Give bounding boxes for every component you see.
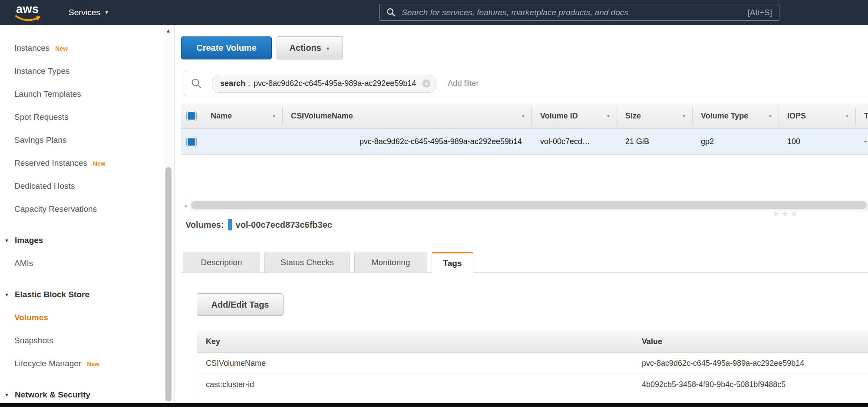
tag-value: pvc-8ac9d62c-c645-495a-989a-ac292ee59b14 bbox=[635, 353, 868, 374]
sidebar-item-label: Instance Types bbox=[14, 66, 69, 76]
chip-close-icon[interactable]: × bbox=[422, 79, 430, 88]
column-header[interactable]: T ▼ bbox=[855, 103, 868, 128]
selected-volume-id: vol-00c7ecd873c6fb3ec bbox=[236, 220, 332, 230]
sidebar-item[interactable]: Lifecycle Manager New bbox=[0, 352, 164, 375]
horizontal-scrollbar-thumb[interactable] bbox=[191, 201, 867, 209]
select-all-cell bbox=[181, 103, 202, 128]
volumes-table-header: Name ▼ CSIVolumeName ▼ Volume ID ▼ Size … bbox=[181, 103, 868, 129]
tag-row: cast:cluster-id 4b092cb5-3458-4f90-9b4c-… bbox=[197, 374, 868, 395]
sort-caret-icon: ▼ bbox=[845, 114, 849, 118]
nav-search-box[interactable]: [Alt+S] bbox=[379, 4, 779, 21]
add-filter-input[interactable]: Add filter bbox=[448, 79, 479, 88]
panel-resize-handle[interactable] bbox=[774, 212, 796, 216]
aws-console-page: aws Services ▼ [Alt+S] Instances New bbox=[0, 0, 868, 407]
chevron-down-icon: ▼ bbox=[326, 45, 330, 51]
sidebar-item[interactable]: ▼ Network & Security bbox=[0, 383, 164, 403]
column-header-label: Name bbox=[211, 112, 232, 121]
sidebar-item-label: Elastic Block Store bbox=[15, 290, 89, 299]
tab[interactable]: Status Checks bbox=[264, 252, 350, 273]
column-header[interactable]: Volume Type ▼ bbox=[692, 103, 779, 128]
column-header-label: Volume ID bbox=[540, 112, 578, 121]
sidebar-item-label: Launch Templates bbox=[14, 89, 81, 99]
sidebar: Instances New Instance Types Launch Temp… bbox=[0, 25, 164, 403]
sidebar-item[interactable]: Launch Templates bbox=[0, 82, 164, 105]
sidebar-item-label: Instances bbox=[14, 43, 50, 53]
sidebar-item[interactable]: Instances New bbox=[0, 36, 164, 59]
top-nav-bar: aws Services ▼ [Alt+S] bbox=[0, 0, 868, 25]
sidebar-scrollbar[interactable]: ▲ bbox=[164, 25, 172, 403]
sort-caret-icon: ▼ bbox=[606, 114, 611, 118]
section-caret-icon: ▼ bbox=[4, 292, 9, 297]
sidebar-item-label: Network & Security bbox=[15, 390, 90, 400]
column-header[interactable]: Name ▼ bbox=[202, 103, 282, 128]
services-menu[interactable]: Services ▼ bbox=[69, 0, 109, 25]
sidebar-item[interactable]: Savings Plans bbox=[0, 128, 164, 151]
keyboard-shortcut: [Alt+S] bbox=[748, 8, 772, 17]
sidebar-item[interactable]: ▼ Images bbox=[0, 229, 164, 252]
column-header-label: IOPS bbox=[787, 112, 806, 121]
sidebar-item[interactable]: Capacity Reservations bbox=[0, 197, 164, 220]
add-edit-tags-button[interactable]: Add/Edit Tags bbox=[197, 293, 284, 316]
sidebar-scrollbar-thumb[interactable] bbox=[165, 167, 172, 401]
cell-throughput: - bbox=[855, 129, 868, 154]
horizontal-scrollbar[interactable]: ◂ bbox=[181, 200, 868, 211]
sidebar-item[interactable]: Instance Types bbox=[0, 59, 164, 82]
scroll-up-icon[interactable]: ▲ bbox=[164, 25, 172, 34]
column-header[interactable]: CSIVolumeName ▼ bbox=[282, 103, 531, 128]
sort-caret-icon: ▼ bbox=[521, 114, 525, 118]
tags-table-header: Key Value bbox=[197, 331, 868, 353]
actions-button[interactable]: Actions ▼ bbox=[277, 36, 343, 59]
cell-iops: 100 bbox=[779, 129, 855, 154]
search-icon bbox=[386, 8, 396, 17]
sidebar-item-label: Lifecycle Manager bbox=[14, 359, 81, 368]
sort-caret-icon: ▼ bbox=[768, 114, 772, 118]
sidebar-item-label: Capacity Reservations bbox=[14, 204, 97, 214]
tab[interactable]: Monitoring bbox=[354, 252, 427, 273]
sidebar-item[interactable]: Dedicated Hosts bbox=[0, 174, 164, 197]
section-caret-icon: ▼ bbox=[4, 392, 9, 397]
volumes-label: Volumes: bbox=[185, 220, 224, 230]
cell-csi-volume-name: pvc-8ac9d62c-c645-495a-989a-ac292ee59b14 bbox=[282, 129, 531, 154]
sidebar-item[interactable]: AMIs bbox=[0, 252, 164, 275]
search-icon bbox=[191, 78, 202, 89]
tab[interactable]: Description bbox=[183, 252, 260, 273]
tag-key: CSIVolumeName bbox=[197, 353, 635, 374]
sidebar-item[interactable]: Volumes bbox=[0, 306, 164, 329]
tab-label: Tags bbox=[443, 259, 462, 268]
sidebar-item[interactable]: Spot Requests bbox=[0, 105, 164, 128]
sidebar-item[interactable]: ▼ Elastic Block Store bbox=[0, 283, 164, 306]
nav-search-input[interactable] bbox=[402, 8, 748, 17]
filter-chip[interactable]: search : pvc-8ac9d62c-c645-495a-989a-ac2… bbox=[212, 75, 436, 93]
detail-header: Volumes: vol-00c7ecd873c6fb3ec bbox=[185, 219, 332, 230]
volume-table-row[interactable]: pvc-8ac9d62c-c645-495a-989a-ac292ee59b14… bbox=[181, 129, 868, 155]
row-checkbox[interactable] bbox=[187, 137, 196, 147]
column-header[interactable]: Size ▼ bbox=[617, 103, 692, 128]
sidebar-item-label: Volumes bbox=[14, 313, 48, 322]
create-volume-label: Create Volume bbox=[196, 43, 257, 53]
aws-logo[interactable]: aws bbox=[15, 3, 43, 23]
tag-key: cast:cluster-id bbox=[197, 374, 635, 395]
sidebar-item[interactable]: Snapshots bbox=[0, 329, 164, 352]
tag-row: CSIVolumeName pvc-8ac9d62c-c645-495a-989… bbox=[197, 353, 868, 374]
sidebar-item-label: Spot Requests bbox=[14, 112, 69, 122]
column-header[interactable]: IOPS ▼ bbox=[779, 103, 855, 128]
cell-volume-type: gp2 bbox=[692, 129, 779, 154]
cell-volume-id: vol-00c7ecd… bbox=[531, 129, 617, 154]
filter-bar[interactable]: search : pvc-8ac9d62c-c645-495a-989a-ac2… bbox=[184, 71, 868, 96]
tab-label: Monitoring bbox=[372, 258, 410, 267]
sidebar-item[interactable]: Reserved Instances New bbox=[0, 151, 164, 174]
column-header-label: Volume Type bbox=[701, 112, 748, 121]
column-header-label: Size bbox=[625, 112, 641, 121]
selection-bar bbox=[228, 219, 232, 230]
add-edit-tags-label: Add/Edit Tags bbox=[211, 300, 269, 310]
aws-smile-icon bbox=[15, 15, 42, 22]
filter-chip-value: pvc-8ac9d62c-c645-495a-989a-ac292ee59b14 bbox=[254, 79, 416, 88]
create-volume-button[interactable]: Create Volume bbox=[181, 36, 272, 59]
column-header[interactable]: Volume ID ▼ bbox=[531, 103, 617, 128]
detail-tabs: Description Status Checks Monitoring Tag… bbox=[183, 252, 473, 273]
tab[interactable]: Tags bbox=[432, 252, 473, 273]
select-all-checkbox[interactable] bbox=[187, 111, 196, 121]
scroll-left-icon[interactable]: ◂ bbox=[181, 200, 190, 211]
sidebar-divider bbox=[174, 25, 175, 403]
new-badge: New bbox=[55, 44, 68, 52]
